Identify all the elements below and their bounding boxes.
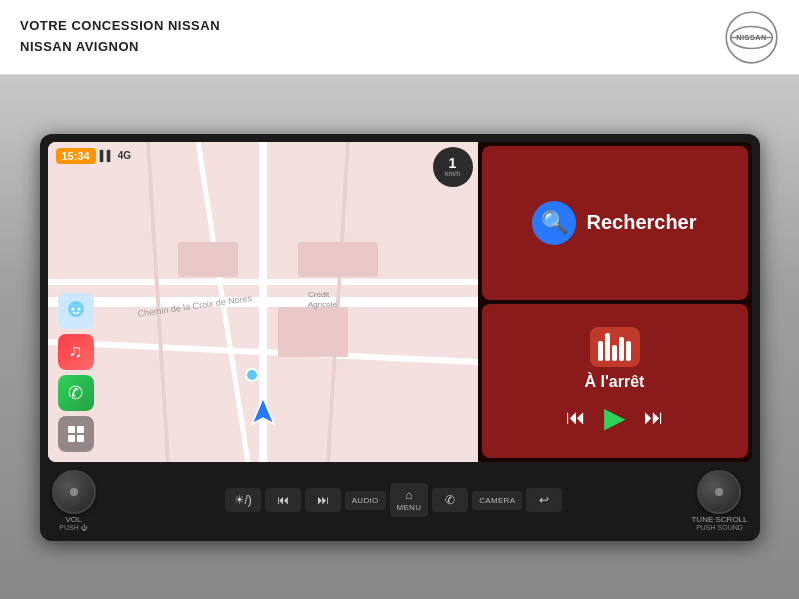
speed-value: 1 bbox=[449, 156, 457, 170]
tune-label: TUNE·SCROLL bbox=[691, 515, 747, 524]
audio-label: AUDIO bbox=[352, 496, 379, 505]
time-display: 15:34 bbox=[56, 148, 96, 164]
vol-label: VOL bbox=[65, 515, 81, 524]
app-grid-icon[interactable] bbox=[58, 416, 94, 452]
music-panel[interactable]: À l'arrêt ⏮ ▶ ⏭ bbox=[482, 304, 748, 458]
signal-icon: ▌▌ bbox=[100, 150, 114, 161]
svg-rect-23 bbox=[68, 435, 75, 442]
tune-knob[interactable] bbox=[697, 470, 741, 514]
svg-text:Crédit: Crédit bbox=[308, 290, 330, 299]
map-area[interactable]: Chemin de la Croix de Nores Crédit Agric… bbox=[48, 142, 478, 462]
carplay-map-panel[interactable]: Chemin de la Croix de Nores Crédit Agric… bbox=[48, 142, 478, 462]
music-panel-label: À l'arrêt bbox=[585, 373, 645, 391]
tune-knob-wrap: TUNE·SCROLL PUSH SOUND bbox=[691, 470, 747, 531]
home-icon: ⌂ bbox=[405, 488, 412, 502]
brightness-icon: ☀/) bbox=[234, 493, 252, 507]
back-button[interactable]: ↩ bbox=[526, 488, 562, 512]
track-prev-icon: ⏮ bbox=[277, 493, 289, 507]
back-icon: ↩ bbox=[539, 493, 549, 507]
speed-badge: 1 km/h bbox=[433, 147, 473, 187]
phone-button[interactable]: ✆ bbox=[432, 488, 468, 512]
vol-knob[interactable] bbox=[52, 470, 96, 514]
location-dot bbox=[245, 368, 259, 382]
track-prev-button[interactable]: ⏮ bbox=[265, 488, 301, 512]
svg-rect-13 bbox=[178, 242, 238, 277]
svg-point-19 bbox=[71, 307, 74, 310]
play-button[interactable]: ▶ bbox=[604, 401, 626, 434]
dealer-line1: VOTRE CONCESSION NISSAN bbox=[20, 16, 220, 37]
waze-icon[interactable] bbox=[58, 293, 94, 329]
carplay-right-panel[interactable]: 🔍 Rechercher À l' bbox=[478, 142, 752, 462]
music-bars-icon bbox=[598, 333, 631, 361]
phone-icon: ✆ bbox=[445, 493, 455, 507]
music-app-icon[interactable]: ♫ bbox=[58, 334, 94, 370]
svg-text:Agricole: Agricole bbox=[308, 300, 337, 309]
menu-label: MENU bbox=[397, 503, 422, 512]
search-panel[interactable]: 🔍 Rechercher bbox=[482, 146, 748, 300]
svg-marker-25 bbox=[252, 398, 274, 424]
fast-forward-button[interactable]: ⏭ bbox=[644, 406, 664, 429]
svg-point-18 bbox=[68, 301, 84, 317]
track-next-button[interactable]: ⏭ bbox=[305, 488, 341, 512]
svg-rect-12 bbox=[278, 307, 348, 357]
header: VOTRE CONCESSION NISSAN NISSAN AVIGNON N… bbox=[0, 0, 799, 75]
phone-app-icon[interactable]: ✆ bbox=[58, 375, 94, 411]
button-strip: ☀/) ⏮ ⏭ AUDIO ⌂ MENU bbox=[96, 483, 692, 517]
physical-controls: VOL PUSH ⏻ ☀/) ⏮ ⏭ AUDIO bbox=[48, 462, 752, 535]
camera-button[interactable]: CAMERA bbox=[472, 491, 522, 510]
network-badge: 4G bbox=[118, 150, 131, 161]
push-label: PUSH ⏻ bbox=[59, 524, 87, 531]
search-circle-icon: 🔍 bbox=[532, 201, 576, 245]
dealer-line2: NISSAN AVIGNON bbox=[20, 37, 220, 58]
svg-rect-22 bbox=[77, 426, 84, 433]
music-icon-box bbox=[590, 327, 640, 367]
brightness-button[interactable]: ☀/) bbox=[225, 488, 261, 512]
nissan-logo-icon: NISSAN bbox=[724, 10, 779, 65]
nav-arrow-icon bbox=[250, 396, 276, 432]
speed-unit: km/h bbox=[445, 170, 460, 177]
search-icon: 🔍 bbox=[541, 210, 568, 236]
push-sound-label: PUSH SOUND bbox=[696, 524, 743, 531]
status-bar: 15:34 ▌▌ 4G bbox=[56, 148, 132, 164]
car-screen-area: Chemin de la Croix de Nores Crédit Agric… bbox=[0, 75, 799, 599]
track-next-icon: ⏭ bbox=[317, 493, 329, 507]
search-panel-label: Rechercher bbox=[586, 211, 696, 234]
display-screen[interactable]: Chemin de la Croix de Nores Crédit Agric… bbox=[48, 142, 752, 462]
svg-rect-21 bbox=[68, 426, 75, 433]
svg-rect-24 bbox=[77, 435, 84, 442]
playback-controls: ⏮ ▶ ⏭ bbox=[566, 401, 664, 434]
svg-rect-14 bbox=[298, 242, 378, 277]
svg-point-20 bbox=[77, 307, 80, 310]
infotainment-unit: Chemin de la Croix de Nores Crédit Agric… bbox=[40, 134, 760, 541]
rewind-button[interactable]: ⏮ bbox=[566, 406, 586, 429]
dealer-info: VOTRE CONCESSION NISSAN NISSAN AVIGNON bbox=[20, 16, 220, 58]
menu-button[interactable]: ⌂ MENU bbox=[390, 483, 429, 517]
vol-knob-wrap: VOL PUSH ⏻ bbox=[52, 470, 96, 531]
camera-label: CAMERA bbox=[479, 496, 515, 505]
audio-button[interactable]: AUDIO bbox=[345, 491, 386, 510]
app-icons: ♫ ✆ bbox=[58, 293, 94, 452]
